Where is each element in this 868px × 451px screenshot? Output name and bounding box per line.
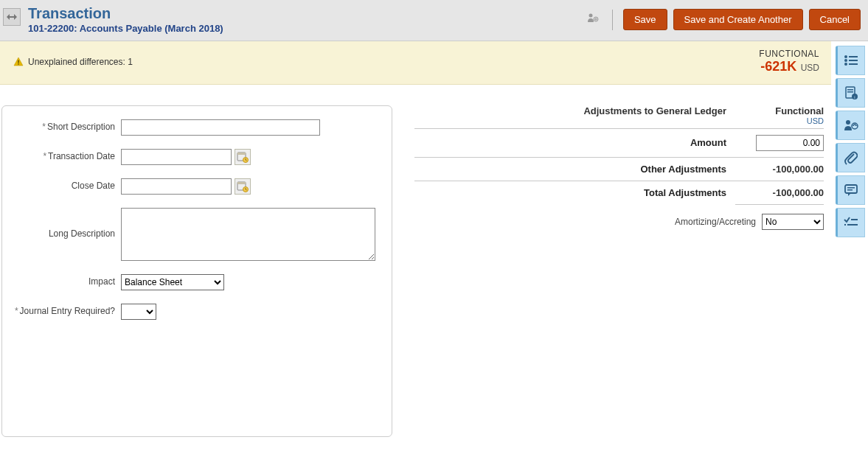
rail-people-button[interactable] bbox=[836, 111, 865, 140]
short-description-input[interactable] bbox=[121, 119, 320, 136]
close-date-label: Close Date bbox=[7, 178, 121, 191]
svg-point-0 bbox=[588, 14, 592, 18]
svg-rect-7 bbox=[849, 60, 858, 61]
adjustments-header: Adjustments to General Ledger Functional… bbox=[414, 105, 824, 128]
journal-entry-required-select[interactable] bbox=[121, 304, 156, 320]
svg-rect-17 bbox=[845, 185, 857, 193]
header-actions: Save Save and Create Another Cancel bbox=[587, 9, 861, 30]
long-description-label: Long Description bbox=[7, 208, 121, 239]
rail-attach-button[interactable] bbox=[836, 143, 865, 172]
svg-rect-11 bbox=[847, 89, 853, 91]
functional-currency: USD bbox=[801, 63, 819, 73]
warning-strip: Unexplained differences: 1 FUNCTIONAL -6… bbox=[0, 41, 831, 85]
icon-rail: i bbox=[836, 46, 868, 237]
impact-label: Impact bbox=[7, 274, 121, 287]
transaction-date-label: *Transaction Date bbox=[7, 149, 121, 161]
svg-point-4 bbox=[844, 55, 847, 58]
cancel-button[interactable]: Cancel bbox=[809, 9, 861, 30]
close-date-input[interactable] bbox=[121, 178, 232, 195]
collapse-panel-button[interactable] bbox=[3, 8, 21, 26]
functional-label: FUNCTIONAL bbox=[759, 49, 819, 59]
svg-point-6 bbox=[844, 59, 847, 62]
svg-rect-19 bbox=[847, 189, 853, 191]
people-icon[interactable] bbox=[587, 13, 599, 27]
save-button[interactable]: Save bbox=[623, 9, 667, 30]
svg-text:i: i bbox=[854, 95, 855, 99]
svg-rect-27 bbox=[237, 182, 246, 184]
impact-select[interactable]: Balance Sheet bbox=[121, 274, 224, 290]
functional-column-header: Functional bbox=[735, 105, 824, 116]
form-panel: *Short Description *Transaction Date Clo… bbox=[1, 105, 392, 437]
save-and-create-another-button[interactable]: Save and Create Another bbox=[673, 9, 803, 30]
svg-rect-21 bbox=[847, 224, 858, 226]
adjustments-header-label: Adjustments to General Ledger bbox=[414, 105, 735, 125]
svg-rect-22 bbox=[844, 224, 846, 226]
svg-rect-2 bbox=[18, 60, 18, 63]
title-block: Transaction 101-22200: Accounts Payable … bbox=[28, 5, 223, 34]
warning-icon bbox=[13, 57, 24, 67]
rail-tasks-button[interactable] bbox=[836, 208, 865, 237]
functional-value: -621K bbox=[760, 59, 796, 74]
amount-input[interactable] bbox=[756, 135, 824, 151]
content: *Short Description *Transaction Date Clo… bbox=[0, 85, 831, 437]
amortizing-accreting-label: Amortizing/Accreting bbox=[675, 217, 756, 227]
total-adjustments-value: -100,000.00 bbox=[735, 187, 824, 198]
header-bar: Transaction 101-22200: Accounts Payable … bbox=[0, 0, 868, 41]
svg-rect-24 bbox=[237, 153, 246, 155]
functional-summary: FUNCTIONAL -621K USD bbox=[759, 49, 819, 75]
close-date-picker-button[interactable] bbox=[235, 178, 251, 195]
amount-label: Amount bbox=[414, 137, 735, 148]
adjustments-panel: Adjustments to General Ledger Functional… bbox=[392, 105, 831, 437]
other-adjustments-value: -100,000.00 bbox=[735, 164, 824, 175]
divider bbox=[612, 10, 613, 30]
long-description-textarea[interactable] bbox=[121, 208, 375, 261]
page-subtitle: 101-22200: Accounts Payable (March 2018) bbox=[28, 23, 223, 34]
rail-comments-button[interactable] bbox=[836, 175, 865, 205]
svg-point-8 bbox=[844, 63, 847, 66]
functional-column-currency: USD bbox=[735, 116, 824, 125]
warning-text: Unexplained differences: 1 bbox=[28, 57, 133, 67]
page-title: Transaction bbox=[28, 5, 223, 21]
journal-entry-required-label: *Journal Entry Required? bbox=[7, 304, 121, 316]
rail-details-button[interactable]: i bbox=[836, 78, 865, 108]
svg-rect-9 bbox=[849, 63, 858, 65]
other-adjustments-label: Other Adjustments bbox=[414, 164, 735, 175]
svg-point-15 bbox=[846, 120, 850, 125]
svg-rect-5 bbox=[849, 56, 858, 57]
amortizing-accreting-select[interactable]: No bbox=[762, 214, 824, 230]
short-description-label: *Short Description bbox=[7, 119, 121, 132]
svg-rect-12 bbox=[847, 91, 853, 93]
svg-rect-3 bbox=[18, 63, 18, 64]
transaction-date-picker-button[interactable] bbox=[235, 149, 251, 165]
svg-rect-18 bbox=[847, 187, 855, 189]
svg-rect-20 bbox=[851, 219, 858, 220]
transaction-date-input[interactable] bbox=[121, 149, 232, 165]
total-adjustments-label: Total Adjustments bbox=[414, 187, 735, 198]
svg-point-16 bbox=[852, 123, 858, 129]
rail-list-button[interactable] bbox=[836, 46, 865, 75]
